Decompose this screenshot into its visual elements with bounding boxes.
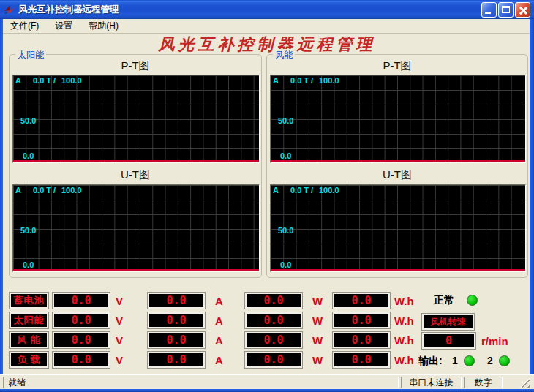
wh-unit: W.h — [394, 295, 414, 307]
amp-unit: A — [215, 295, 223, 307]
minimize-icon — [485, 12, 491, 14]
fan-speed-label: 风机转速 — [422, 314, 474, 330]
battery-energy-display: 0.0 — [333, 293, 390, 309]
y-tick-min: 0.0 — [280, 260, 291, 269]
watt-unit: W — [312, 334, 323, 347]
scale-max-label: 100.0 — [61, 76, 82, 85]
wh-unit: W.h — [394, 334, 414, 347]
wind-pt-chart: A 0.0 T / 100.0 50.0 0.0 — [270, 75, 526, 163]
solar-energy-display: 0.0 — [333, 312, 390, 328]
wind-label: 风 能 — [10, 332, 48, 348]
amp-unit: A — [215, 334, 223, 347]
minimize-button[interactable] — [481, 2, 497, 18]
solar-ut-chart-title: U-T图 — [10, 168, 261, 182]
statusbar-num-mode: 数字 — [464, 377, 503, 388]
solar-ut-chart: A 0.0 T / 100.0 50.0 0.0 — [12, 184, 260, 272]
wind-voltage-display: 0.0 — [53, 332, 110, 348]
volt-unit: V — [116, 295, 123, 307]
battery-label: 蓄电池 — [10, 293, 48, 309]
normal-status-led — [467, 295, 478, 306]
volt-unit: V — [116, 334, 123, 347]
menu-file[interactable]: 文件(F) — [7, 19, 42, 33]
amp-unit: A — [215, 314, 223, 327]
statusbar-ready: 就绪 — [3, 377, 399, 388]
wind-ut-chart: A 0.0 T / 100.0 50.0 0.0 — [270, 184, 526, 272]
menubar: 文件(F) 设置 帮助(H) — [3, 19, 531, 34]
output1-number: 1 — [452, 355, 458, 366]
load-power-display: 0.0 — [245, 352, 302, 368]
solar-current-display: 0.0 — [148, 312, 205, 328]
volt-unit: V — [116, 354, 123, 366]
watt-unit: W — [312, 314, 323, 327]
window-border-right — [530, 19, 534, 389]
y-tick-min: 0.0 — [280, 151, 291, 160]
y-axis-label: A — [273, 186, 279, 195]
watt-unit: W — [312, 295, 323, 307]
scale-max-label: 100.0 — [319, 76, 339, 85]
statusbar-serial-status: 串口未连接 — [401, 377, 462, 388]
menu-settings[interactable]: 设置 — [52, 19, 75, 33]
amp-unit: A — [215, 354, 223, 366]
y-axis-label: A — [273, 76, 279, 85]
rpm-unit: r/min — [481, 335, 508, 347]
close-button[interactable] — [515, 2, 530, 18]
solar-pt-chart-title: P-T图 — [10, 59, 261, 73]
y-tick-mid: 50.0 — [278, 226, 293, 235]
group-solar: 太阳能 P-T图 A 0.0 T / 100.0 50.0 0.0 U-T图 A… — [9, 54, 262, 278]
time-start-label: 0.0 T / — [33, 186, 56, 195]
time-start-label: 0.0 T / — [33, 76, 56, 85]
output1-led — [464, 355, 475, 366]
x-axis-line — [13, 160, 259, 162]
wind-energy-display: 0.0 — [333, 332, 390, 348]
x-axis-line — [271, 160, 525, 162]
wh-unit: W.h — [394, 354, 414, 366]
load-label: 负 载 — [10, 352, 48, 368]
wind-ut-chart-title: U-T图 — [267, 168, 527, 182]
statusbar: 就绪 串口未连接 数字 — [0, 374, 534, 389]
titlebar[interactable]: 风光互补控制器远程管理 — [0, 0, 534, 19]
load-current-display: 0.0 — [148, 352, 205, 368]
watt-unit: W — [312, 354, 323, 366]
fan-speed-display: 0 — [422, 333, 475, 349]
maximize-button[interactable] — [498, 2, 514, 18]
y-tick-mid: 50.0 — [20, 116, 36, 125]
load-voltage-display: 0.0 — [53, 352, 110, 368]
normal-status-label: 正常 — [434, 294, 454, 307]
y-tick-min: 0.0 — [23, 260, 34, 269]
y-axis-label: A — [15, 76, 21, 85]
y-tick-min: 0.0 — [23, 151, 34, 160]
x-axis-line — [271, 269, 525, 271]
wind-pt-chart-title: P-T图 — [267, 59, 527, 73]
page-title: 风光互补控制器远程管理 — [0, 34, 534, 56]
solar-power-display: 0.0 — [245, 312, 302, 328]
window-border-bottom — [0, 389, 534, 392]
wind-current-display: 0.0 — [148, 332, 205, 348]
x-axis-line — [13, 269, 259, 271]
output2-led — [499, 355, 510, 366]
scale-max-label: 100.0 — [61, 186, 82, 195]
window-title: 风光互补控制器远程管理 — [18, 4, 481, 16]
battery-voltage-display: 0.0 — [53, 293, 110, 309]
y-tick-mid: 50.0 — [278, 116, 293, 125]
y-tick-mid: 50.0 — [20, 226, 36, 235]
scale-max-label: 100.0 — [319, 186, 339, 195]
output2-number: 2 — [487, 355, 493, 366]
wh-unit: W.h — [394, 314, 414, 327]
volt-unit: V — [116, 314, 123, 327]
group-wind: 风能 P-T图 A 0.0 T / 100.0 50.0 0.0 U-T图 A … — [266, 54, 528, 278]
menu-help[interactable]: 帮助(H) — [86, 19, 121, 33]
time-start-label: 0.0 T / — [290, 186, 313, 195]
maximize-icon — [502, 6, 510, 13]
output-label: 输出: — [418, 355, 443, 368]
window-border-left — [0, 19, 3, 389]
load-energy-display: 0.0 — [333, 352, 390, 368]
solar-label: 太阳能 — [10, 312, 48, 328]
resize-grip[interactable] — [520, 378, 530, 388]
time-start-label: 0.0 T / — [290, 76, 313, 85]
solar-pt-chart: A 0.0 T / 100.0 50.0 0.0 — [12, 75, 260, 163]
wind-power-display: 0.0 — [245, 332, 302, 348]
app-window: 风光互补控制器远程管理 文件(F) 设置 帮助(H) 风光互补控制器远程管理 太… — [0, 0, 534, 392]
battery-current-display: 0.0 — [148, 293, 205, 309]
app-icon — [4, 4, 15, 15]
battery-power-display: 0.0 — [245, 293, 302, 309]
